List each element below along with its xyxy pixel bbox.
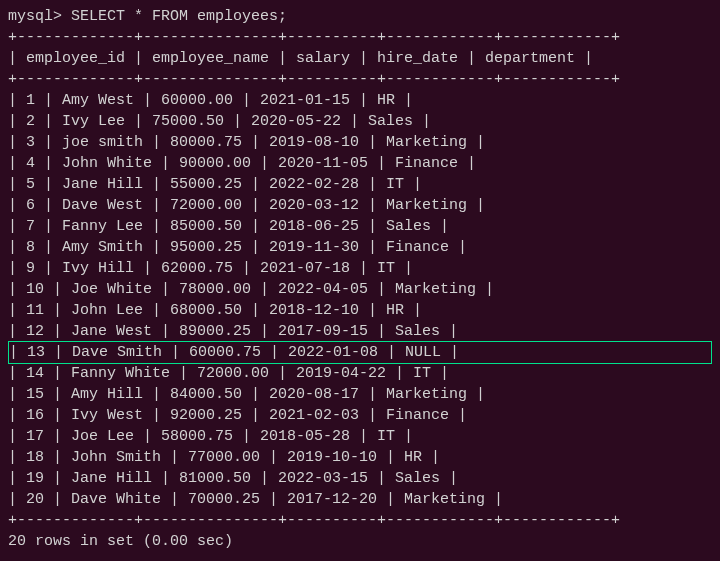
- table-row: | 12 | Jane West | 89000.25 | 2017-09-15…: [8, 321, 712, 342]
- table-row: | 4 | John White | 90000.00 | 2020-11-05…: [8, 153, 712, 174]
- table-row: | 13 | Dave Smith | 60000.75 | 2022-01-0…: [9, 342, 711, 363]
- table-row: | 20 | Dave White | 70000.25 | 2017-12-2…: [8, 489, 712, 510]
- table-row: | 14 | Fanny White | 72000.00 | 2019-04-…: [8, 363, 712, 384]
- table-row: | 17 | Joe Lee | 58000.75 | 2018-05-28 |…: [8, 426, 712, 447]
- table-border-top: +-------------+---------------+---------…: [8, 27, 712, 48]
- mysql-prompt: mysql>: [8, 8, 62, 25]
- table-row: | 6 | Dave West | 72000.00 | 2020-03-12 …: [8, 195, 712, 216]
- terminal-output: mysql> SELECT * FROM employees; +-------…: [0, 0, 720, 558]
- table-border-header: +-------------+---------------+---------…: [8, 69, 712, 90]
- highlighted-row: | 13 | Dave Smith | 60000.75 | 2022-01-0…: [8, 341, 712, 364]
- table-body: | 1 | Amy West | 60000.00 | 2021-01-15 |…: [8, 90, 712, 510]
- table-row: | 10 | Joe White | 78000.00 | 2022-04-05…: [8, 279, 712, 300]
- table-row: | 5 | Jane Hill | 55000.25 | 2022-02-28 …: [8, 174, 712, 195]
- table-row: | 2 | Ivy Lee | 75000.50 | 2020-05-22 | …: [8, 111, 712, 132]
- table-row: | 19 | Jane Hill | 81000.50 | 2022-03-15…: [8, 468, 712, 489]
- result-footer: 20 rows in set (0.00 sec): [8, 531, 712, 552]
- table-row: | 9 | Ivy Hill | 62000.75 | 2021-07-18 |…: [8, 258, 712, 279]
- mysql-prompt-line: mysql> SELECT * FROM employees;: [8, 6, 712, 27]
- table-row: | 8 | Amy Smith | 95000.25 | 2019-11-30 …: [8, 237, 712, 258]
- sql-query: SELECT * FROM employees;: [71, 8, 287, 25]
- table-row: | 18 | John Smith | 77000.00 | 2019-10-1…: [8, 447, 712, 468]
- table-border-bottom: +-------------+---------------+---------…: [8, 510, 712, 531]
- table-header-row: | employee_id | employee_name | salary |…: [8, 48, 712, 69]
- table-row: | 1 | Amy West | 60000.00 | 2021-01-15 |…: [8, 90, 712, 111]
- table-row: | 16 | Ivy West | 92000.25 | 2021-02-03 …: [8, 405, 712, 426]
- table-row: | 11 | John Lee | 68000.50 | 2018-12-10 …: [8, 300, 712, 321]
- table-row: | 15 | Amy Hill | 84000.50 | 2020-08-17 …: [8, 384, 712, 405]
- table-row: | 3 | joe smith | 80000.75 | 2019-08-10 …: [8, 132, 712, 153]
- table-row: | 7 | Fanny Lee | 85000.50 | 2018-06-25 …: [8, 216, 712, 237]
